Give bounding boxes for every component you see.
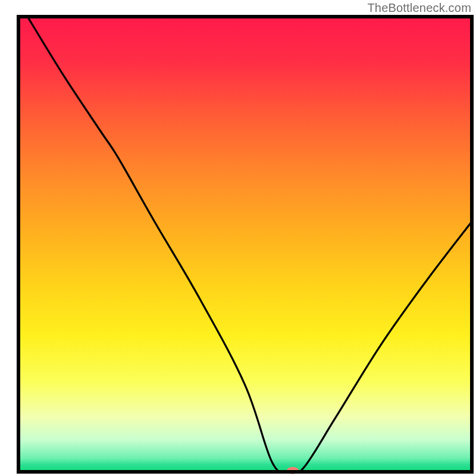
chart-frame: { "watermark": "TheBottleneck.com", "cha… — [0, 0, 476, 476]
watermark-text: TheBottleneck.com — [367, 1, 471, 15]
bottleneck-chart — [0, 0, 476, 476]
gradient-background — [18, 17, 472, 472]
